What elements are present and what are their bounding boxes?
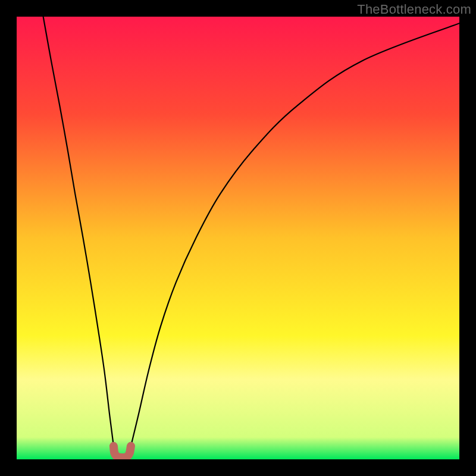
chart-frame: TheBottleneck.com <box>0 0 476 476</box>
watermark-text: TheBottleneck.com <box>357 2 471 17</box>
bottleneck-chart <box>17 17 459 459</box>
